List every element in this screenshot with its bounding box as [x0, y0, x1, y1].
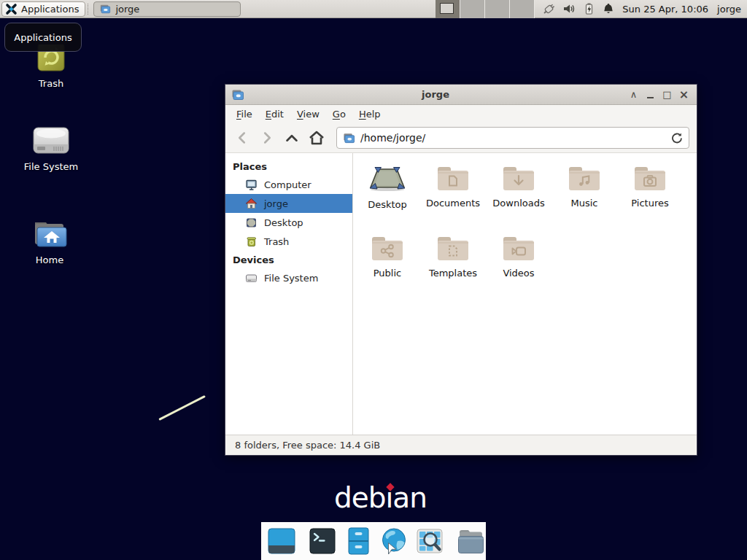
workspace-switcher — [436, 0, 535, 18]
desktop-icon-home[interactable]: Home — [6, 217, 93, 265]
folder-music-icon — [567, 163, 602, 192]
statusbar-text: 8 folders, Free space: 14.4 GiB — [235, 440, 380, 451]
network-icon[interactable] — [542, 2, 556, 16]
folder-icon — [99, 3, 111, 15]
notifications-bell-icon[interactable] — [602, 2, 615, 15]
file-label: Videos — [503, 268, 534, 279]
tooltip-text: Applications — [14, 32, 71, 43]
reload-icon[interactable] — [671, 132, 683, 144]
file-item-downloads[interactable]: Downloads — [486, 159, 551, 229]
terminal-icon — [307, 526, 338, 556]
sidebar-item-label: jorge — [264, 198, 288, 209]
sidebar-item-desktop[interactable]: Desktop — [225, 213, 352, 232]
sidebar-header-places: Places — [225, 158, 352, 175]
desktop-icon-filesystem[interactable]: File System — [7, 124, 95, 172]
panel-clock[interactable]: Sun 25 Apr, 10:06 — [622, 4, 708, 15]
desktop-icon — [245, 217, 258, 229]
desktop-icon-label: Trash — [39, 78, 63, 89]
menu-file[interactable]: File — [230, 106, 259, 122]
workspace-1[interactable] — [436, 0, 460, 18]
path-bar[interactable] — [336, 127, 689, 149]
workspace-3[interactable] — [485, 0, 510, 18]
dock-item-file-manager[interactable] — [343, 526, 374, 556]
sidebar-item-label: Desktop — [264, 217, 303, 228]
dock-item-directory-menu[interactable] — [455, 526, 486, 556]
file-item-music[interactable]: Music — [551, 159, 617, 229]
file-manager-window: jorge ∧ □ × File Edit View Go Help — [225, 84, 697, 456]
back-icon — [233, 129, 251, 147]
menu-view[interactable]: View — [290, 106, 326, 122]
volume-icon[interactable] — [562, 2, 576, 15]
xfce-menu-icon — [5, 3, 18, 15]
path-input[interactable] — [360, 132, 666, 144]
file-label: Templates — [429, 268, 477, 279]
sidebar-item-computer[interactable]: Computer — [225, 175, 352, 194]
file-item-desktop[interactable]: Desktop — [355, 159, 420, 229]
dock-item-app-finder[interactable] — [414, 526, 445, 556]
menu-edit[interactable]: Edit — [259, 106, 290, 122]
file-label: Music — [571, 198, 598, 209]
path-folder-icon — [343, 132, 355, 144]
system-tray — [542, 2, 615, 16]
debian-logo: debıan — [334, 481, 427, 514]
sidebar-item-jorge[interactable]: jorge — [225, 194, 352, 213]
panel-username[interactable]: jorge — [717, 4, 741, 15]
sidebar: Places Computer jorge — [225, 153, 353, 435]
debian-logo-text: an — [392, 481, 427, 514]
application-finder-icon — [414, 526, 445, 556]
menu-go[interactable]: Go — [326, 106, 352, 122]
file-label: Desktop — [368, 199, 407, 210]
file-label: Pictures — [631, 198, 668, 209]
applications-menu-button[interactable]: Applications — [1, 1, 85, 17]
shade-button[interactable]: ∧ — [627, 88, 640, 102]
trash-icon — [245, 236, 258, 248]
titlebar[interactable]: jorge ∧ □ × — [225, 85, 697, 105]
desktop-icon-label: Home — [36, 254, 63, 265]
window-title: jorge — [244, 89, 627, 100]
workspace-2[interactable] — [460, 0, 485, 18]
debian-logo-i: ı — [386, 481, 393, 514]
minimize-icon — [647, 97, 654, 98]
sidebar-item-label: Computer — [264, 179, 311, 190]
forward-button[interactable] — [258, 128, 276, 147]
file-label: Public — [374, 268, 401, 279]
folder-videos-icon — [501, 233, 536, 262]
maximize-button[interactable]: □ — [660, 88, 674, 102]
up-button[interactable] — [282, 128, 301, 147]
file-item-documents[interactable]: Documents — [420, 159, 486, 229]
taskbar-button-jorge[interactable]: jorge — [93, 1, 241, 17]
sidebar-item-filesystem[interactable]: File System — [225, 268, 352, 287]
hard-drive-icon — [245, 272, 258, 284]
workspace-4[interactable] — [510, 0, 535, 18]
dock-item-web-browser[interactable] — [379, 526, 409, 556]
computer-icon — [245, 179, 258, 191]
workspace-window-preview — [440, 3, 454, 14]
folder-icon — [455, 526, 486, 556]
home-button[interactable] — [307, 128, 326, 147]
hard-drive-icon — [31, 124, 71, 156]
back-button[interactable] — [233, 128, 252, 147]
window-folder-icon — [231, 88, 244, 101]
minimize-button[interactable] — [643, 88, 657, 102]
file-item-videos[interactable]: Videos — [486, 229, 551, 299]
close-button[interactable]: × — [677, 88, 691, 102]
home-icon — [307, 128, 326, 147]
sidebar-item-label: Trash — [264, 236, 289, 247]
sidebar-item-trash[interactable]: Trash — [225, 232, 352, 251]
dock-item-show-desktop[interactable] — [266, 526, 297, 556]
menu-help[interactable]: Help — [352, 106, 387, 122]
file-item-templates[interactable]: Templates — [420, 229, 486, 299]
panel-handle — [88, 4, 91, 15]
sidebar-item-label: File System — [264, 273, 318, 284]
file-item-pictures[interactable]: Pictures — [617, 159, 683, 229]
home-folder-icon — [30, 217, 69, 249]
window-content: Places Computer jorge — [225, 153, 697, 435]
file-item-public[interactable]: Public — [355, 229, 420, 299]
dock-item-terminal[interactable] — [307, 526, 338, 556]
debian-logo-text: deb — [334, 481, 386, 514]
top-panel: Applications jorge — [0, 0, 747, 18]
battery-icon[interactable] — [582, 2, 595, 15]
icon-view[interactable]: Desktop Documents Downloads — [353, 153, 697, 435]
folder-documents-icon — [436, 163, 471, 192]
file-cabinet-icon — [343, 526, 374, 556]
